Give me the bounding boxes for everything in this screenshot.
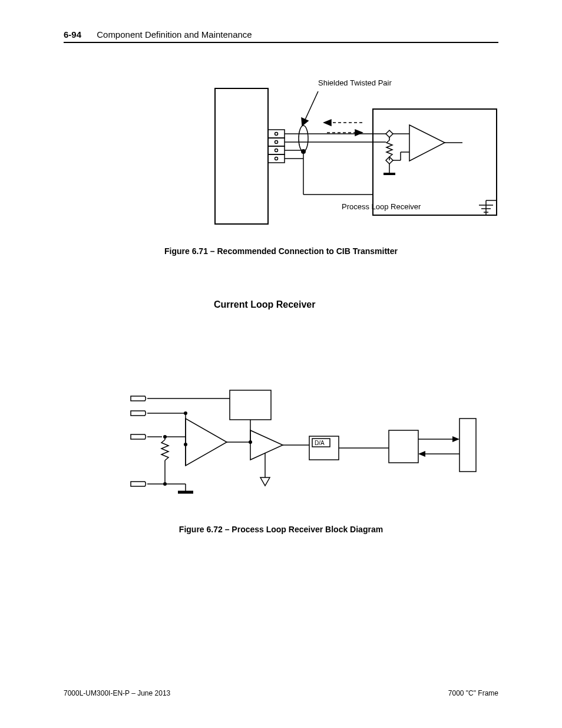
label-twisted-pair: Shielded Twisted Pair bbox=[318, 78, 392, 87]
svg-rect-4 bbox=[268, 154, 285, 163]
label-process-loop-receiver: Process Loop Receiver bbox=[342, 202, 421, 211]
page-header: 6-94 Component Definition and Maintenanc… bbox=[64, 29, 498, 43]
svg-marker-17 bbox=[324, 120, 331, 126]
page-number: 6-94 bbox=[64, 29, 81, 39]
svg-point-8 bbox=[275, 157, 278, 160]
block-da-label: D/A bbox=[315, 440, 325, 446]
svg-point-6 bbox=[275, 141, 278, 144]
svg-point-9 bbox=[299, 126, 308, 151]
page-footer: 7000L-UM300I-EN-P – June 2013 7000 "C" F… bbox=[64, 689, 498, 697]
svg-rect-55 bbox=[230, 390, 271, 420]
svg-rect-69 bbox=[459, 419, 476, 472]
chapter-title: Component Definition and Maintenance bbox=[97, 29, 252, 39]
figure-6-72-caption: Figure 6.72 – Process Loop Receiver Bloc… bbox=[0, 525, 562, 534]
svg-rect-0 bbox=[215, 88, 268, 224]
svg-marker-19 bbox=[355, 130, 362, 136]
svg-point-10 bbox=[301, 149, 306, 154]
page: 6-94 Component Definition and Maintenanc… bbox=[0, 0, 562, 728]
svg-rect-3 bbox=[268, 146, 285, 154]
svg-point-7 bbox=[275, 149, 278, 152]
svg-rect-64 bbox=[389, 430, 418, 463]
section-title: Current Loop Receiver bbox=[214, 299, 315, 310]
footer-right: 7000 "C" Frame bbox=[448, 689, 498, 697]
svg-marker-66 bbox=[452, 436, 459, 442]
svg-rect-1 bbox=[268, 130, 285, 138]
svg-marker-68 bbox=[418, 451, 425, 457]
svg-line-20 bbox=[305, 91, 318, 121]
figure-6-72: D/A bbox=[130, 383, 477, 501]
svg-marker-21 bbox=[302, 118, 308, 126]
figure-6-71-caption: Figure 6.71 – Recommended Connection to … bbox=[0, 246, 562, 256]
svg-point-5 bbox=[275, 133, 278, 136]
svg-rect-2 bbox=[268, 138, 285, 146]
figure-6-71: Shielded Twisted Pair bbox=[209, 77, 504, 242]
footer-left: 7000L-UM300I-EN-P – June 2013 bbox=[64, 689, 170, 697]
svg-point-50 bbox=[163, 482, 167, 486]
